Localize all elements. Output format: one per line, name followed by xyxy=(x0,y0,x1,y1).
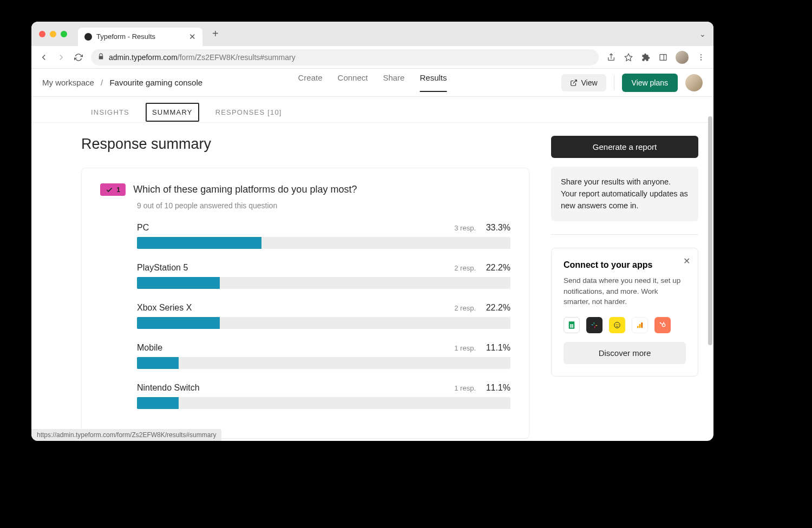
tab-responses[interactable]: RESPONSES [10] xyxy=(210,104,287,121)
tab-summary[interactable]: SUMMARY xyxy=(146,103,199,122)
nav-results[interactable]: Results xyxy=(420,73,447,92)
sidebar-divider xyxy=(551,234,698,235)
close-window-button[interactable] xyxy=(39,31,45,37)
bar-percentage: 22.2% xyxy=(483,263,510,273)
bar-percentage: 11.1% xyxy=(483,383,510,393)
svg-rect-0 xyxy=(660,54,666,60)
mailchimp-icon[interactable] xyxy=(609,317,625,333)
check-icon xyxy=(106,186,113,194)
svg-point-20 xyxy=(660,322,662,324)
breadcrumb-separator: / xyxy=(101,78,103,87)
view-button-label: View xyxy=(581,78,597,87)
generate-report-button[interactable]: Generate a report xyxy=(551,136,698,158)
svg-rect-18 xyxy=(641,322,643,328)
reload-button[interactable] xyxy=(74,52,83,62)
tab-bar: Typeform - Results ✕ + ⌄ xyxy=(31,22,713,46)
bar-fill xyxy=(137,237,261,249)
google-sheets-icon[interactable] xyxy=(564,317,580,333)
panel-icon[interactable] xyxy=(658,52,668,62)
bar-row: PlayStation 52 resp.22.2% xyxy=(137,263,510,289)
bar-label: Xbox Series X xyxy=(137,303,192,313)
scrollbar[interactable] xyxy=(708,116,712,434)
bar-percentage: 22.2% xyxy=(483,303,510,313)
workspace-link[interactable]: My workspace xyxy=(42,78,94,87)
view-plans-button[interactable]: View plans xyxy=(622,74,678,92)
svg-rect-9 xyxy=(592,325,593,325)
browser-tab[interactable]: Typeform - Results ✕ xyxy=(78,28,202,46)
svg-point-23 xyxy=(663,322,664,323)
bar-track xyxy=(137,317,510,329)
slack-icon[interactable] xyxy=(586,317,603,333)
close-tab-icon[interactable]: ✕ xyxy=(189,32,196,42)
user-avatar[interactable] xyxy=(685,74,703,91)
extensions-icon[interactable] xyxy=(641,52,651,62)
bookmark-star-icon[interactable] xyxy=(624,52,633,62)
address-bar[interactable]: admin.typeform.com/form/Zs2EFW8K/results… xyxy=(91,49,599,65)
bar-label: Nintendo Switch xyxy=(137,383,200,393)
url-host: admin.typeform.com xyxy=(109,53,178,62)
bar-label: PC xyxy=(137,223,149,233)
minimize-window-button[interactable] xyxy=(50,31,56,37)
bar-label: Mobile xyxy=(137,343,162,353)
content-area: Response summary 1 Which of these gaming… xyxy=(31,123,713,441)
kebab-menu-icon[interactable] xyxy=(696,52,706,62)
question-header: 1 Which of these gaming platforms do you… xyxy=(100,183,510,196)
nav-connect[interactable]: Connect xyxy=(338,73,368,92)
close-icon[interactable]: ✕ xyxy=(683,256,690,266)
lock-icon xyxy=(97,53,104,62)
forward-button[interactable] xyxy=(56,52,66,62)
window-controls xyxy=(39,31,67,37)
tab-favicon-icon xyxy=(84,33,92,41)
svg-rect-16 xyxy=(637,326,639,328)
bar-percentage: 33.3% xyxy=(483,223,510,233)
question-number: 1 xyxy=(116,186,120,194)
svg-rect-11 xyxy=(595,325,597,326)
bar-chart: PC3 resp.33.3%PlayStation 52 resp.22.2%X… xyxy=(137,223,510,409)
google-analytics-icon[interactable] xyxy=(632,317,648,333)
svg-line-21 xyxy=(661,324,663,325)
url-path: /form/Zs2EFW8K/results#summary xyxy=(178,53,296,62)
tabs-dropdown-icon[interactable]: ⌄ xyxy=(699,30,706,38)
nav-create[interactable]: Create xyxy=(298,73,323,92)
question-title: Which of these gaming platforms do you p… xyxy=(133,184,357,195)
svg-point-2 xyxy=(700,54,702,55)
svg-point-14 xyxy=(616,324,617,325)
bar-fill xyxy=(137,277,220,289)
bar-response-count: 1 resp. xyxy=(454,344,476,352)
main-column: Response summary 1 Which of these gaming… xyxy=(31,136,551,441)
svg-point-3 xyxy=(700,56,702,57)
discover-more-button[interactable]: Discover more xyxy=(564,342,686,364)
results-tabs: INSIGHTS SUMMARY RESPONSES [10] xyxy=(31,97,713,123)
svg-rect-10 xyxy=(594,322,594,324)
svg-rect-12 xyxy=(594,326,595,328)
bar-label: PlayStation 5 xyxy=(137,263,188,273)
tab-insights[interactable]: INSIGHTS xyxy=(86,104,135,121)
view-button[interactable]: View xyxy=(561,74,606,91)
nav-share[interactable]: Share xyxy=(383,73,404,92)
connect-description: Send data where you need it, set up noti… xyxy=(564,275,686,307)
breadcrumb: My workspace / Favourite gaming console xyxy=(42,78,202,87)
bar-fill xyxy=(137,357,179,369)
bar-track xyxy=(137,277,510,289)
page-title: Response summary xyxy=(81,136,529,153)
form-name[interactable]: Favourite gaming console xyxy=(109,78,202,87)
maximize-window-button[interactable] xyxy=(61,31,67,37)
bar-track xyxy=(137,357,510,369)
back-button[interactable] xyxy=(39,52,49,62)
external-link-icon xyxy=(570,79,578,87)
tab-title: Typeform - Results xyxy=(96,32,185,41)
svg-point-15 xyxy=(618,324,619,325)
bar-response-count: 1 resp. xyxy=(454,384,476,392)
new-tab-button[interactable]: + xyxy=(212,28,219,40)
share-info-box: Share your results with anyone. Your rep… xyxy=(551,167,698,221)
browser-toolbar: admin.typeform.com/form/Zs2EFW8K/results… xyxy=(31,46,713,69)
chrome-profile-avatar[interactable] xyxy=(676,51,689,64)
bar-row: Nintendo Switch1 resp.11.1% xyxy=(137,383,510,409)
header-nav: Create Connect Share Results xyxy=(298,73,447,92)
scrollbar-thumb[interactable] xyxy=(708,116,712,345)
hubspot-icon[interactable] xyxy=(654,317,671,333)
share-icon[interactable] xyxy=(606,52,616,62)
status-bar: https://admin.typeform.com/form/Zs2EFW8K… xyxy=(31,429,221,441)
question-subtext: 9 out of 10 people answered this questio… xyxy=(137,201,510,210)
svg-rect-17 xyxy=(639,324,641,328)
